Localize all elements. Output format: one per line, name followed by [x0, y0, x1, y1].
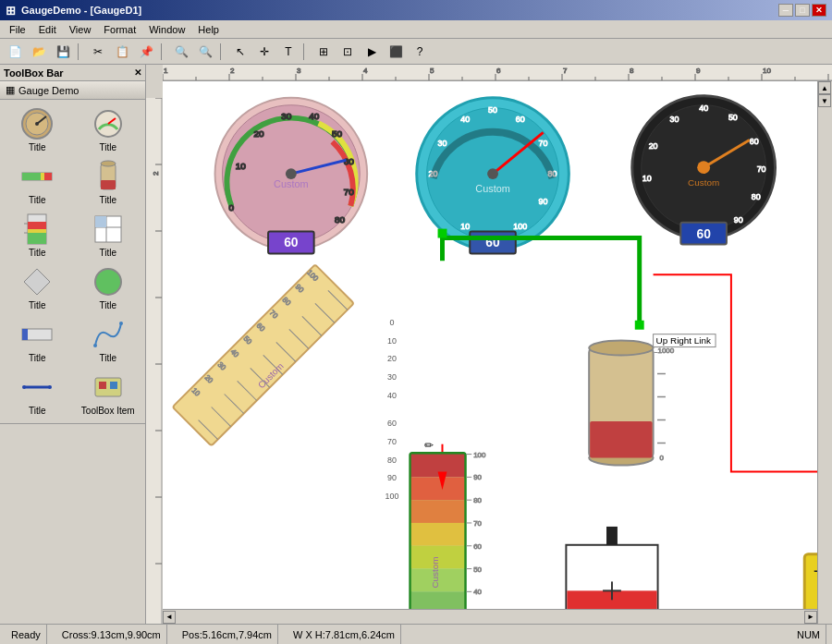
menu-bar: File Edit View Format Window Help	[0, 20, 832, 39]
menu-file[interactable]: File	[4, 22, 31, 37]
save-button[interactable]: 💾	[52, 42, 74, 62]
svg-text:70: 70	[539, 139, 548, 148]
svg-text:—: —	[658, 369, 666, 377]
svg-text:90: 90	[387, 473, 397, 482]
svg-point-28	[119, 322, 123, 325]
status-pos-text: Pos:5.16cm,7.94cm	[182, 629, 272, 640]
cylinder-icon	[92, 160, 125, 193]
close-button[interactable]: ✕	[812, 4, 826, 17]
menu-help[interactable]: Help	[192, 22, 225, 37]
svg-text:100: 100	[385, 492, 399, 501]
gauge-bar-v: ✏ 100	[410, 439, 486, 624]
svg-text:2: 2	[230, 67, 235, 75]
toolbox-item-circle[interactable]: Title	[75, 263, 142, 312]
gauge-circular-3: 10 20 30 40 50 60 70 80 90 100	[632, 96, 776, 245]
svg-rect-26	[22, 329, 28, 340]
svg-text:70: 70	[473, 519, 482, 528]
svg-text:40: 40	[387, 391, 397, 400]
toolbox-item-bar-h[interactable]: Title	[4, 316, 71, 365]
toolbox-panel: ToolBox Bar ✕ ▦ Gauge Demo	[0, 65, 146, 624]
svg-text:10: 10	[642, 174, 652, 183]
scrollbar-vertical[interactable]: ▲ ▼	[817, 81, 832, 624]
scrollbar-horizontal[interactable]: ◄ ►	[163, 609, 817, 624]
svg-rect-160	[590, 421, 652, 458]
svg-text:10: 10	[236, 161, 247, 171]
copy-button[interactable]: 📋	[111, 42, 133, 62]
toolbox-item-diamond[interactable]: Title	[4, 263, 71, 312]
toolbox-bar: ToolBox Bar ✕	[0, 65, 145, 81]
toolbox-item-gauge-round2[interactable]: Title	[75, 105, 142, 154]
cut-button[interactable]: ✂	[87, 42, 109, 62]
special-icon	[92, 371, 125, 404]
stop-button[interactable]: ⬛	[385, 42, 407, 62]
svg-rect-16	[28, 222, 46, 229]
svg-text:70: 70	[387, 437, 397, 446]
toolbox-item-grid[interactable]: Title	[75, 211, 142, 260]
status-pos: Pos:5.16cm,7.94cm	[177, 625, 278, 644]
svg-rect-33	[99, 382, 106, 389]
toolbox-bar-label: ToolBox Bar	[4, 67, 64, 79]
zoom-out-button[interactable]: 🔍	[194, 42, 216, 62]
menu-format[interactable]: Format	[98, 22, 141, 37]
toolbox-item-label-7: Title	[29, 300, 46, 310]
canvas-area[interactable]: 0 10 20 30 40 50 60 70 80 90	[163, 81, 832, 624]
menu-window[interactable]: Window	[143, 22, 190, 37]
menu-edit[interactable]: Edit	[33, 22, 62, 37]
svg-rect-15	[28, 229, 46, 233]
toolbox-section: ▦ Gauge Demo Title	[0, 81, 145, 424]
help-button[interactable]: ?	[409, 42, 431, 62]
toolbox-item-bar-v[interactable]: Title	[4, 211, 71, 260]
toolbox-item-special[interactable]: ToolBox Item	[75, 369, 142, 418]
svg-rect-22	[95, 216, 106, 227]
export-button[interactable]: ⊡	[336, 42, 359, 62]
svg-text:90: 90	[734, 215, 743, 225]
import-button[interactable]: ⊞	[312, 42, 335, 62]
run-button[interactable]: ▶	[361, 42, 383, 62]
svg-text:✏: ✏	[424, 439, 434, 452]
toolbox-item-gauge-linear[interactable]: Title	[4, 158, 71, 207]
svg-text:8: 8	[630, 67, 634, 75]
open-button[interactable]: 📂	[28, 42, 50, 62]
svg-text:—: —	[658, 438, 666, 446]
svg-text:80: 80	[387, 456, 397, 465]
svg-rect-198	[411, 455, 465, 478]
svg-text:10: 10	[763, 67, 771, 75]
svg-text:0: 0	[660, 454, 665, 462]
minimize-button[interactable]: ─	[778, 4, 793, 17]
gauge-diagonal-ruler: 100 90 80 70 60 50 40 30 20 10 Cus	[173, 264, 354, 445]
svg-text:20: 20	[387, 354, 397, 363]
svg-text:30: 30	[438, 139, 447, 148]
toolbox-item-line[interactable]: Title	[4, 369, 71, 418]
toolbox-item-label-10: Title	[99, 353, 116, 363]
svg-point-24	[95, 269, 121, 295]
text-button[interactable]: T	[277, 42, 300, 62]
zoom-in-button[interactable]: 🔍	[170, 42, 192, 62]
svg-text:1000: 1000	[658, 346, 675, 355]
status-bar: Ready Cross:9.13cm,9.90cm Pos:5.16cm,7.9…	[0, 624, 832, 644]
svg-rect-201	[411, 523, 465, 546]
toolbox-item-cylinder[interactable]: Title	[75, 158, 142, 207]
svg-text:100: 100	[513, 222, 527, 231]
toolbar-separator-3	[220, 43, 226, 60]
svg-text:60: 60	[284, 235, 299, 249]
svg-rect-153	[438, 229, 447, 238]
select-button[interactable]: ↖	[229, 42, 251, 62]
toolbox-section-header[interactable]: ▦ Gauge Demo	[0, 81, 145, 100]
toolbox-close-button[interactable]: ✕	[134, 67, 141, 78]
new-button[interactable]: 📄	[4, 42, 26, 62]
toolbox-item-gauge-round[interactable]: Title	[4, 105, 71, 154]
maximize-button[interactable]: □	[795, 4, 810, 17]
menu-view[interactable]: View	[64, 22, 97, 37]
pointer-button[interactable]: ✛	[253, 42, 275, 62]
svg-text:90: 90	[473, 473, 482, 481]
toolbox-item-path[interactable]: Title	[75, 316, 142, 365]
svg-text:60: 60	[696, 226, 711, 241]
svg-rect-9	[44, 173, 52, 180]
svg-text:60: 60	[750, 137, 759, 146]
svg-point-126	[697, 161, 710, 174]
gauge-linear-icon	[20, 160, 54, 193]
toolbox-item-label-3: Title	[29, 195, 46, 205]
svg-rect-34	[110, 382, 117, 389]
svg-text:50: 50	[473, 565, 482, 574]
paste-button[interactable]: 📌	[135, 42, 157, 62]
